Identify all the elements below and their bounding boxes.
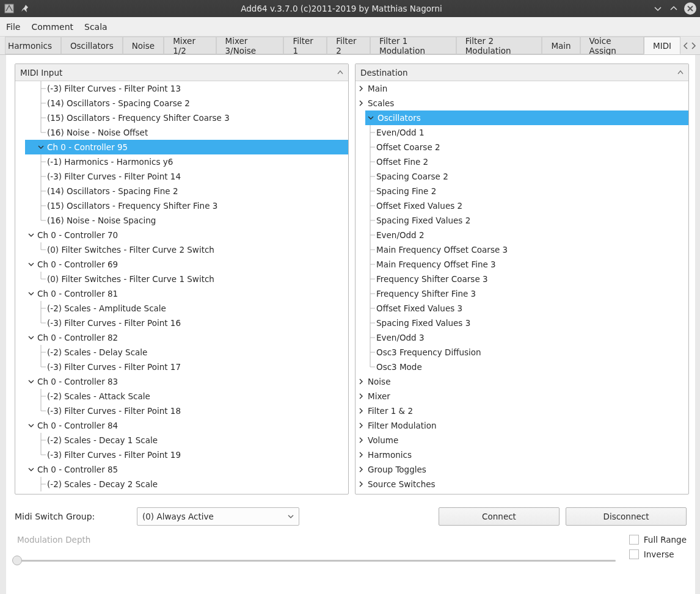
tab-filter-2[interactable]: Filter 2 xyxy=(327,37,370,54)
tab-harmonics[interactable]: Harmonics xyxy=(5,37,61,54)
tree-leaf[interactable]: (16) Noise - Noise Offset xyxy=(15,125,348,140)
tree-branch[interactable]: Ch 0 - Controller 95 xyxy=(25,140,348,154)
tab-filter-1[interactable]: Filter 1 xyxy=(283,37,327,54)
tab-filter-1-modulation[interactable]: Filter 1 Modulation xyxy=(370,37,456,54)
modulation-depth-slider[interactable] xyxy=(17,554,616,567)
tree-leaf[interactable]: (15) Oscillators - Frequency Shifter Fin… xyxy=(15,198,348,213)
disconnect-button[interactable]: Disconnect xyxy=(566,507,687,526)
tree-branch[interactable]: Ch 0 - Controller 84 xyxy=(15,418,348,433)
tree-branch[interactable]: Ch 0 - Controller 83 xyxy=(15,374,348,389)
tree-leaf[interactable]: (-2) Scales - Decay 2 Scale xyxy=(15,477,348,491)
tree-leaf[interactable]: (-2) Scales - Decay 1 Scale xyxy=(15,433,348,447)
tree-leaf[interactable]: Even/Odd 1 xyxy=(355,125,688,140)
chevron-down-icon[interactable] xyxy=(27,422,35,429)
chevron-right-icon[interactable] xyxy=(358,408,365,414)
tree-leaf[interactable]: (14) Oscillators - Spacing Coarse 2 xyxy=(15,96,348,110)
tab-mixer-1-2[interactable]: Mixer 1/2 xyxy=(164,37,216,54)
tree-leaf[interactable]: (0) Filter Switches - Filter Curve 1 Swi… xyxy=(15,272,348,286)
tree-leaf[interactable]: Offset Fixed Values 3 xyxy=(355,301,688,316)
full-range-checkbox[interactable]: Full Range xyxy=(629,535,687,545)
chevron-right-icon[interactable] xyxy=(358,466,365,473)
destination-tree[interactable]: MainScalesOscillatorsEven/Odd 1Offset Co… xyxy=(355,81,688,494)
maximize-icon[interactable] xyxy=(668,3,679,14)
tree-leaf[interactable]: Spacing Fixed Values 3 xyxy=(355,316,688,330)
tab-oscillators[interactable]: Oscillators xyxy=(61,37,123,54)
tree-leaf[interactable]: Spacing Fixed Values 2 xyxy=(355,213,688,228)
midi-input-tree[interactable]: (-3) Filter Curves - Filter Point 13(14)… xyxy=(15,81,348,494)
tree-leaf[interactable]: Spacing Fine 2 xyxy=(355,184,688,198)
tree-branch[interactable]: Ch 0 - Controller 70 xyxy=(15,228,348,242)
menu-comment[interactable]: Comment xyxy=(31,22,73,32)
tree-leaf[interactable]: Offset Coarse 2 xyxy=(355,140,688,154)
tree-leaf[interactable]: Frequency Shifter Fine 3 xyxy=(355,286,688,301)
chevron-down-icon[interactable] xyxy=(27,334,35,341)
scroll-up-icon[interactable] xyxy=(337,70,343,76)
tree-branch[interactable]: Volume xyxy=(355,433,688,447)
chevron-right-icon[interactable] xyxy=(358,100,365,106)
chevron-right-icon[interactable] xyxy=(358,378,365,385)
tree-branch[interactable]: Harmonics xyxy=(355,447,688,462)
tree-branch[interactable]: Ch 0 - Controller 81 xyxy=(15,286,348,301)
slider-thumb[interactable] xyxy=(12,556,22,565)
tree-branch[interactable]: Source Switches xyxy=(355,477,688,491)
minimize-icon[interactable] xyxy=(652,3,663,14)
midi-switch-group-combo[interactable]: (0) Always Active xyxy=(137,507,299,526)
tree-branch[interactable]: Filter 1 & 2 xyxy=(355,404,688,418)
tree-leaf[interactable]: (-1) Harmonics - Harmonics y6 xyxy=(15,154,348,169)
chevron-down-icon[interactable] xyxy=(27,231,35,239)
tree-leaf[interactable]: (-3) Filter Curves - Filter Point 16 xyxy=(15,316,348,330)
menu-file[interactable]: File xyxy=(6,22,20,32)
tree-branch[interactable]: Scales xyxy=(355,96,688,110)
inverse-checkbox[interactable]: Inverse xyxy=(629,549,674,559)
tab-mixer-3-noise[interactable]: Mixer 3/Noise xyxy=(216,37,284,54)
chevron-right-icon[interactable] xyxy=(358,437,365,443)
tree-branch[interactable]: Ch 0 - Controller 82 xyxy=(15,330,348,345)
tree-leaf[interactable]: (-3) Filter Curves - Filter Point 17 xyxy=(15,360,348,374)
tab-midi[interactable]: MIDI xyxy=(644,37,680,54)
tree-leaf[interactable]: Even/Odd 3 xyxy=(355,330,688,345)
tree-branch[interactable]: Main xyxy=(355,81,688,96)
tree-leaf[interactable]: Main Frequency Offset Fine 3 xyxy=(355,257,688,272)
tree-leaf[interactable]: Osc3 Frequency Diffusion xyxy=(355,345,688,360)
tree-leaf[interactable]: (-3) Filter Curves - Filter Point 18 xyxy=(15,404,348,418)
tab-scroll-right-icon[interactable] xyxy=(690,42,696,49)
tree-leaf[interactable]: Offset Fine 2 xyxy=(355,154,688,169)
tree-leaf[interactable]: Offset Fixed Values 2 xyxy=(355,198,688,213)
scroll-up-icon[interactable] xyxy=(677,70,684,76)
tree-leaf[interactable]: (-3) Filter Curves - Filter Point 13 xyxy=(15,81,348,96)
tree-leaf[interactable]: (0) Filter Switches - Filter Curve 2 Swi… xyxy=(15,242,348,257)
tree-branch[interactable]: Mixer xyxy=(355,389,688,404)
tree-branch[interactable]: Ch 0 - Controller 69 xyxy=(15,257,348,272)
chevron-right-icon[interactable] xyxy=(358,85,365,92)
tree-leaf[interactable]: (-3) Filter Curves - Filter Point 14 xyxy=(15,169,348,184)
chevron-down-icon[interactable] xyxy=(27,261,35,268)
chevron-down-icon[interactable] xyxy=(368,115,375,121)
tab-scroll-left-icon[interactable] xyxy=(683,42,689,49)
tree-leaf[interactable]: Frequency Shifter Coarse 3 xyxy=(355,272,688,286)
chevron-right-icon[interactable] xyxy=(358,393,365,399)
chevron-down-icon[interactable] xyxy=(27,466,35,473)
tree-leaf[interactable]: (16) Noise - Noise Spacing xyxy=(15,213,348,228)
tree-leaf[interactable]: (-2) Scales - Delay Scale xyxy=(15,345,348,360)
tree-leaf[interactable]: (-2) Scales - Attack Scale xyxy=(15,389,348,404)
menu-scala[interactable]: Scala xyxy=(84,22,108,32)
tree-branch[interactable]: Group Toggles xyxy=(355,462,688,477)
chevron-right-icon[interactable] xyxy=(358,452,365,458)
tab-voice-assign[interactable]: Voice Assign xyxy=(580,37,644,54)
tree-leaf[interactable]: (-3) Filter Curves - Filter Point 19 xyxy=(15,447,348,462)
tree-leaf[interactable]: (-2) Scales - Amplitude Scale xyxy=(15,301,348,316)
connect-button[interactable]: Connect xyxy=(439,507,560,526)
chevron-down-icon[interactable] xyxy=(27,378,35,385)
chevron-down-icon[interactable] xyxy=(27,290,35,297)
tree-leaf[interactable]: Main Frequency Offset Coarse 3 xyxy=(355,242,688,257)
tree-leaf[interactable]: Even/Odd 2 xyxy=(355,228,688,242)
tab-main[interactable]: Main xyxy=(542,37,580,54)
pin-icon[interactable] xyxy=(20,3,31,14)
tab-filter-2-modulation[interactable]: Filter 2 Modulation xyxy=(456,37,542,54)
tree-branch[interactable]: Filter Modulation xyxy=(355,418,688,433)
tree-branch[interactable]: Noise xyxy=(355,374,688,389)
tree-branch[interactable]: Oscillators xyxy=(365,110,688,125)
chevron-down-icon[interactable] xyxy=(37,143,45,151)
close-icon[interactable] xyxy=(684,2,696,15)
tree-leaf[interactable]: Spacing Coarse 2 xyxy=(355,169,688,184)
